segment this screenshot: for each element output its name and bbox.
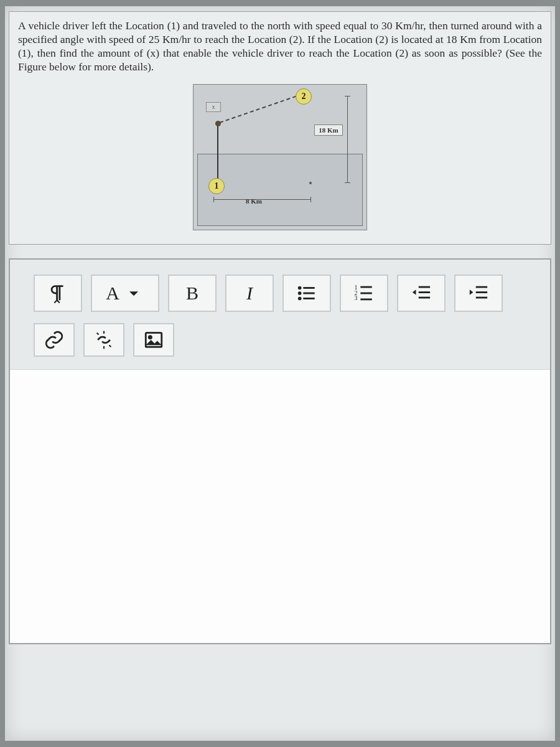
- unlink-icon: [93, 329, 114, 350]
- figure-vertical-path: [217, 125, 218, 182]
- chevron-down-icon: [123, 283, 144, 304]
- figure-dashed-path: [220, 95, 297, 123]
- answer-editor-panel: A B I 1 2 3: [9, 258, 551, 644]
- italic-label: I: [246, 283, 253, 304]
- figure-dim-right-line: [347, 96, 348, 183]
- figure-x-label: x: [206, 102, 221, 112]
- svg-rect-17: [476, 296, 487, 298]
- ordered-list-button[interactable]: 1 2 3: [340, 275, 388, 312]
- outdent-icon: [411, 283, 432, 304]
- svg-rect-5: [303, 298, 314, 299]
- svg-rect-15: [476, 286, 487, 288]
- font-color-button[interactable]: A: [91, 275, 159, 312]
- unordered-list-icon: [296, 283, 317, 304]
- bold-button[interactable]: B: [168, 275, 217, 312]
- figure-dim-bottom-label: 8 Km: [246, 197, 262, 205]
- svg-rect-3: [303, 292, 314, 294]
- figure-dim-right-tick-top: [345, 96, 350, 96]
- font-color-label: A: [106, 283, 119, 304]
- svg-rect-14: [419, 296, 430, 298]
- figure-dim-bottom-tick-left: [213, 197, 214, 202]
- svg-point-4: [298, 296, 302, 300]
- italic-button[interactable]: I: [225, 275, 274, 312]
- unordered-list-button[interactable]: [282, 275, 331, 312]
- svg-point-19: [149, 336, 151, 338]
- page-container: A vehicle driver left the Location (1) a…: [5, 6, 555, 741]
- svg-rect-13: [419, 291, 430, 293]
- editor-toolbar-row-2: [10, 317, 550, 369]
- figure-wrapper: x 1 2 18 Km 8 Km: [18, 84, 542, 233]
- figure-dim-bottom-tick-right: [310, 197, 311, 202]
- insert-image-button[interactable]: [133, 323, 174, 357]
- figure-corner-dot: [309, 182, 312, 184]
- paragraph-icon: [47, 283, 68, 304]
- bold-label: B: [186, 283, 198, 304]
- question-text: A vehicle driver left the Location (1) a…: [18, 19, 542, 74]
- ordered-list-icon: 1 2 3: [353, 283, 375, 304]
- link-icon: [44, 329, 65, 350]
- svg-rect-7: [360, 286, 371, 288]
- svg-rect-12: [419, 286, 430, 288]
- svg-rect-16: [476, 291, 487, 293]
- figure-node-2: 2: [296, 88, 312, 105]
- figure-dim-bottom-line: [213, 199, 310, 200]
- question-panel: A vehicle driver left the Location (1) a…: [9, 11, 551, 245]
- link-button[interactable]: [34, 323, 75, 357]
- paragraph-button[interactable]: [34, 275, 82, 312]
- unlink-button[interactable]: [83, 323, 124, 357]
- indent-button[interactable]: [454, 275, 503, 312]
- answer-text-area[interactable]: [10, 369, 550, 643]
- figure-dim-right-tick-bottom: [345, 182, 350, 183]
- svg-text:3: 3: [354, 294, 357, 301]
- indent-icon: [468, 283, 489, 304]
- svg-rect-1: [303, 287, 314, 289]
- svg-rect-9: [360, 292, 371, 294]
- image-icon: [143, 329, 164, 350]
- outdent-button[interactable]: [397, 275, 446, 312]
- problem-figure: x 1 2 18 Km 8 Km: [193, 84, 367, 230]
- svg-point-2: [298, 291, 302, 295]
- figure-turn-point: [215, 121, 221, 126]
- svg-point-0: [298, 286, 302, 289]
- figure-dim-right-label: 18 Km: [314, 125, 343, 136]
- figure-node-1: 1: [208, 178, 225, 194]
- svg-rect-11: [360, 298, 371, 300]
- editor-toolbar-row-1: A B I 1 2 3: [10, 260, 550, 317]
